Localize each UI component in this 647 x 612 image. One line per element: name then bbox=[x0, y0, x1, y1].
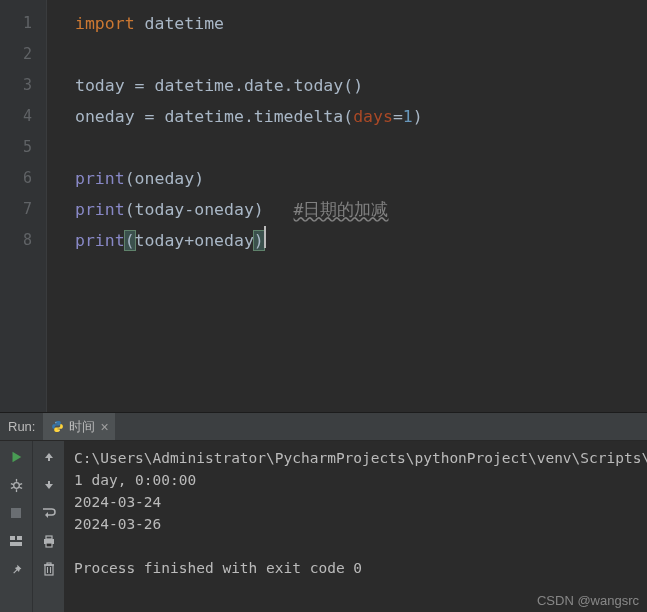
line-number: 7 bbox=[0, 194, 32, 225]
scroll-down-icon[interactable] bbox=[39, 475, 59, 495]
svg-rect-22 bbox=[47, 563, 51, 565]
layout-icon[interactable] bbox=[6, 531, 26, 551]
line-number: 3 bbox=[0, 70, 32, 101]
run-mid-toolbar bbox=[32, 441, 64, 612]
svg-rect-18 bbox=[45, 565, 53, 575]
code-line bbox=[75, 39, 647, 70]
console-line: 2024-03-26 bbox=[74, 516, 161, 532]
line-number: 5 bbox=[0, 132, 32, 163]
code-line: print(today-oneday) #日期的加减 bbox=[75, 194, 647, 225]
svg-rect-12 bbox=[10, 542, 22, 546]
console-output[interactable]: C:\Users\Administrator\PycharmProjects\p… bbox=[64, 441, 647, 612]
scroll-up-icon[interactable] bbox=[39, 447, 59, 467]
trash-icon[interactable] bbox=[39, 559, 59, 579]
code-line bbox=[75, 132, 647, 163]
line-number: 8 bbox=[0, 225, 32, 256]
run-config-tab[interactable]: 时间 × bbox=[43, 413, 114, 440]
svg-point-0 bbox=[56, 422, 57, 423]
caret bbox=[264, 226, 266, 248]
svg-rect-14 bbox=[48, 481, 50, 485]
run-left-toolbar bbox=[0, 441, 32, 612]
run-tab-label: 时间 bbox=[69, 418, 95, 436]
line-number: 2 bbox=[0, 39, 32, 70]
close-icon[interactable]: × bbox=[100, 420, 108, 434]
code-line: print(oneday) bbox=[75, 163, 647, 194]
debug-icon[interactable] bbox=[6, 475, 26, 495]
run-tool-window: Run: 时间 × bbox=[0, 412, 647, 612]
console-line: C:\Users\Administrator\PycharmProjects\p… bbox=[74, 450, 647, 466]
print-icon[interactable] bbox=[39, 531, 59, 551]
line-number-gutter: 1 2 3 4 5 6 7 8 bbox=[0, 0, 46, 412]
svg-point-2 bbox=[13, 482, 19, 488]
svg-rect-13 bbox=[48, 457, 50, 461]
editor-area: 1 2 3 4 5 6 7 8 import datetime today = … bbox=[0, 0, 647, 412]
svg-line-6 bbox=[19, 483, 22, 484]
svg-point-1 bbox=[59, 430, 60, 431]
watermark-text: CSDN @wangsrc bbox=[537, 593, 639, 608]
code-line: oneday = datetime.timedelta(days=1) bbox=[75, 101, 647, 132]
console-line: 1 day, 0:00:00 bbox=[74, 472, 196, 488]
code-line: print(today+oneday) bbox=[75, 225, 647, 256]
svg-line-5 bbox=[10, 483, 13, 484]
line-number: 4 bbox=[0, 101, 32, 132]
svg-line-8 bbox=[19, 487, 22, 488]
python-file-icon bbox=[51, 420, 64, 433]
svg-rect-16 bbox=[46, 536, 52, 539]
pin-icon[interactable] bbox=[6, 559, 26, 579]
code-line: today = datetime.date.today() bbox=[75, 70, 647, 101]
code-line: import datetime bbox=[75, 8, 647, 39]
svg-rect-17 bbox=[46, 543, 52, 547]
stop-icon[interactable] bbox=[6, 503, 26, 523]
line-number: 1 bbox=[0, 8, 32, 39]
softwrap-icon[interactable] bbox=[39, 503, 59, 523]
console-line: 2024-03-24 bbox=[74, 494, 161, 510]
svg-rect-10 bbox=[10, 536, 15, 540]
console-line: Process finished with exit code 0 bbox=[74, 560, 362, 576]
code-editor[interactable]: import datetime today = datetime.date.to… bbox=[47, 0, 647, 412]
svg-line-7 bbox=[10, 487, 13, 488]
line-number: 6 bbox=[0, 163, 32, 194]
svg-rect-11 bbox=[17, 536, 22, 540]
run-tab-bar: Run: 时间 × bbox=[0, 413, 647, 441]
svg-rect-9 bbox=[11, 508, 21, 518]
rerun-icon[interactable] bbox=[6, 447, 26, 467]
run-label: Run: bbox=[0, 419, 43, 434]
